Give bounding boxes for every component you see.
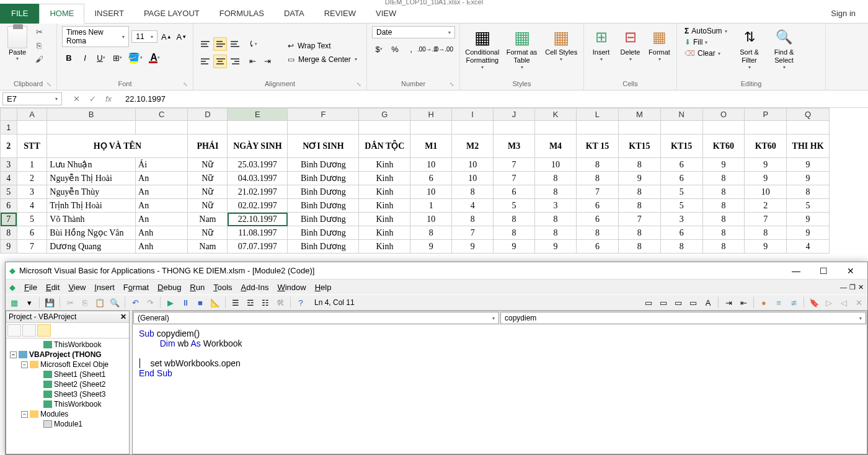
cell[interactable]: 5: [660, 199, 702, 213]
cell[interactable]: 7: [494, 172, 535, 185]
cell[interactable]: 8: [702, 226, 745, 240]
cell[interactable]: 25.03.1997: [228, 158, 288, 172]
vba-child-restore[interactable]: ❐: [849, 283, 856, 291]
cell[interactable]: [410, 121, 452, 135]
cell[interactable]: [618, 121, 660, 135]
cell[interactable]: 9: [787, 226, 830, 240]
cell[interactable]: 8: [535, 226, 577, 240]
cell[interactable]: 22.10.1997: [228, 213, 288, 226]
vba-prev-bookmark-icon[interactable]: ◁: [838, 296, 850, 309]
tab-review[interactable]: REVIEW: [314, 4, 366, 24]
tree-vbaproject[interactable]: −VBAProject (THONG: [7, 350, 128, 360]
cell[interactable]: 9: [787, 213, 830, 226]
cell[interactable]: 8: [787, 185, 830, 199]
cell[interactable]: Bình Dương: [288, 158, 359, 172]
align-bottom-button[interactable]: [228, 37, 242, 51]
cell[interactable]: [47, 121, 136, 135]
cell[interactable]: 8: [576, 172, 618, 185]
cell[interactable]: [452, 121, 494, 135]
cell[interactable]: Bình Dương: [288, 185, 359, 199]
cell[interactable]: Kinh: [359, 172, 410, 185]
cell[interactable]: Nữ: [188, 226, 228, 240]
cell[interactable]: Kinh: [359, 199, 410, 213]
row-header-2[interactable]: 2: [1, 135, 17, 158]
clear-button[interactable]: ⌫Clear▾: [682, 48, 730, 58]
cell[interactable]: 8: [745, 226, 787, 240]
align-center-button[interactable]: [213, 55, 227, 68]
cell[interactable]: 9: [618, 172, 660, 185]
fx-icon[interactable]: fx: [103, 94, 114, 105]
header-cell[interactable]: M4: [535, 135, 577, 158]
cell[interactable]: 6: [660, 158, 702, 172]
cell[interactable]: 4: [17, 199, 47, 213]
cell[interactable]: 7: [576, 185, 618, 199]
cell[interactable]: 8: [618, 226, 660, 240]
vba-properties-icon[interactable]: ☲: [244, 296, 257, 309]
vba-bookmark-icon[interactable]: 🔖: [808, 296, 820, 309]
row-header-4[interactable]: 4: [1, 172, 17, 185]
cell[interactable]: 6: [576, 199, 618, 213]
cell[interactable]: 10: [535, 158, 577, 172]
autosum-button[interactable]: ΣAutoSum▾: [682, 26, 730, 36]
cell[interactable]: 8: [618, 158, 660, 172]
cell[interactable]: [17, 121, 47, 135]
vba-menu-run[interactable]: Run: [190, 283, 205, 292]
vba-excel-icon[interactable]: ◆: [9, 283, 16, 292]
cell[interactable]: Kinh: [359, 213, 410, 226]
cell[interactable]: 02.02.1997: [228, 199, 288, 213]
enter-formula-icon[interactable]: ✓: [87, 94, 98, 105]
cell[interactable]: 10: [410, 185, 452, 199]
merge-center-button[interactable]: ▭Merge & Center▾: [284, 54, 361, 65]
cell[interactable]: 5: [494, 199, 535, 213]
cell[interactable]: 9: [787, 172, 830, 185]
cell[interactable]: 10: [410, 158, 452, 172]
cell[interactable]: [702, 121, 745, 135]
header-cell[interactable]: M1: [410, 135, 452, 158]
vba-redo-icon[interactable]: ↷: [144, 296, 156, 309]
cell[interactable]: 7: [17, 240, 47, 254]
cell[interactable]: 1: [17, 158, 47, 172]
font-size-combo[interactable]: 11▾: [131, 30, 157, 43]
tab-data[interactable]: DATA: [274, 4, 314, 24]
cell[interactable]: 8: [535, 185, 577, 199]
cell-styles-button[interactable]: ▦ Cell Styles▾: [544, 26, 578, 70]
formula-input[interactable]: 22.10.1997: [120, 93, 868, 105]
vba-paste-icon[interactable]: 📋: [94, 296, 106, 309]
vba-toolbar2-icon5[interactable]: A: [702, 296, 714, 309]
code-editor[interactable]: Sub copydiem() Dim wb As Workbook set wb…: [133, 325, 867, 454]
cell[interactable]: 8: [494, 226, 535, 240]
cell[interactable]: 8: [576, 226, 618, 240]
header-cell[interactable]: DÂN TỘC: [359, 135, 410, 158]
align-middle-button[interactable]: [213, 37, 227, 51]
row-header-9[interactable]: 9: [1, 240, 17, 254]
cell[interactable]: 8: [535, 213, 577, 226]
header-cell[interactable]: KT60: [702, 135, 745, 158]
tab-formulas[interactable]: FORMULAS: [210, 4, 274, 24]
cell[interactable]: 2: [745, 199, 787, 213]
cell[interactable]: [136, 121, 188, 135]
header-cell[interactable]: STT: [17, 135, 47, 158]
cell[interactable]: 9: [535, 240, 577, 254]
cell[interactable]: 9: [702, 158, 745, 172]
vba-child-close[interactable]: ✕: [858, 283, 864, 291]
header-cell[interactable]: M3: [494, 135, 535, 158]
col-header-L[interactable]: L: [576, 108, 618, 121]
vba-toolbar2-icon3[interactable]: ▭: [672, 296, 684, 309]
spreadsheet-grid[interactable]: ABCDEFGHIJKLMNOPQ12STTHỌ VÀ TÊNPHÁINGÀY …: [0, 108, 868, 254]
vba-comment-icon[interactable]: ≡: [773, 296, 785, 309]
cell[interactable]: [494, 121, 535, 135]
cell[interactable]: 3: [535, 199, 577, 213]
vba-child-minimize[interactable]: —: [840, 283, 847, 291]
cell[interactable]: 8: [702, 213, 745, 226]
cell[interactable]: Nữ: [188, 199, 228, 213]
select-all-cell[interactable]: [1, 108, 17, 121]
col-header-F[interactable]: F: [288, 108, 359, 121]
align-top-button[interactable]: [198, 37, 212, 51]
comma-style-button[interactable]: ,: [404, 42, 418, 56]
cancel-formula-icon[interactable]: ✕: [71, 94, 82, 105]
cell[interactable]: 10: [410, 213, 452, 226]
cell[interactable]: [359, 121, 410, 135]
vba-insert-module-icon[interactable]: ▾: [23, 296, 35, 309]
cell[interactable]: Nữ: [188, 172, 228, 185]
cut-icon[interactable]: ✂: [33, 26, 45, 37]
